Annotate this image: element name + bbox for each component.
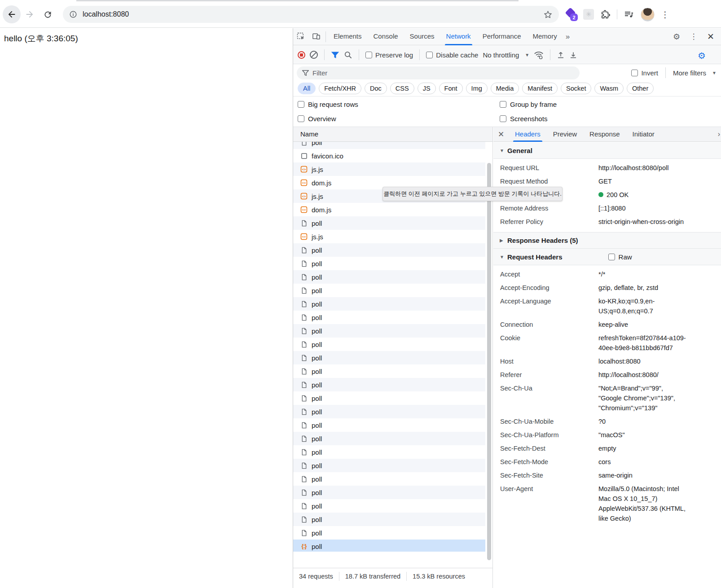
request-row-selected[interactable]: {:}poll [293, 540, 485, 552]
extension-icon-purple[interactable]: 2 [565, 9, 577, 20]
throttling-dropdown[interactable]: No throttling ▼ [483, 51, 529, 59]
filter-input[interactable]: Filter [297, 66, 580, 79]
forward-button[interactable] [21, 5, 39, 23]
request-row[interactable]: poll [293, 364, 485, 378]
devtools-tab-performance[interactable]: Performance [477, 28, 527, 45]
url-bar[interactable]: localhost:8080 [63, 6, 559, 23]
request-row[interactable]: poll [293, 311, 485, 324]
chip-all[interactable]: All [298, 83, 316, 94]
detail-tab-preview[interactable]: Preview [547, 127, 583, 142]
close-detail-icon[interactable]: ✕ [493, 130, 509, 139]
search-icon[interactable] [344, 51, 352, 59]
chip-media[interactable]: Media [491, 83, 519, 94]
raw-checkbox[interactable] [608, 254, 615, 260]
general-section-header[interactable]: ▼ General [493, 142, 721, 159]
chip-img[interactable]: Img [466, 83, 488, 94]
devtools-tab-network[interactable]: Network [440, 28, 477, 45]
request-row[interactable]: poll [293, 445, 485, 459]
request-row[interactable]: poll [293, 216, 485, 230]
detail-more-tabs-chevron[interactable]: › [718, 130, 721, 138]
detail-tab-headers[interactable]: Headers [509, 127, 547, 142]
url-text[interactable]: localhost:8080 [83, 10, 543, 18]
clear-network-log-icon[interactable] [310, 51, 318, 59]
request-row[interactable]: poll [293, 142, 485, 149]
request-row[interactable]: poll [293, 270, 485, 284]
chip-wasm[interactable]: Wasm [594, 83, 624, 94]
detail-tab-initiator[interactable]: Initiator [626, 127, 661, 142]
devtools-tab-sources[interactable]: Sources [404, 28, 440, 45]
chip-socket[interactable]: Socket [561, 83, 591, 94]
browser-menu-icon[interactable]: ⋮ [661, 10, 669, 19]
request-row[interactable]: poll [293, 257, 485, 270]
extensions-puzzle-icon[interactable] [600, 9, 611, 20]
detail-tab-response[interactable]: Response [583, 127, 626, 142]
request-row[interactable]: poll [293, 472, 485, 486]
request-row[interactable]: poll [293, 526, 485, 540]
request-headers-section-header[interactable]: ▼ Request Headers Raw [493, 249, 721, 265]
preserve-log-checkbox[interactable] [365, 52, 372, 58]
raw-headers-option[interactable]: Raw [608, 253, 632, 261]
request-row[interactable]: poll [293, 297, 485, 311]
devtools-settings-icon[interactable]: ⚙ [669, 29, 684, 44]
response-headers-section-header[interactable]: ▶ Response Headers (5) [493, 232, 721, 249]
option-checkbox[interactable] [500, 115, 506, 122]
media-controls-icon[interactable] [624, 9, 634, 20]
name-column-header[interactable]: Name [293, 127, 492, 142]
network-settings-gear-icon[interactable]: ⚙ [698, 50, 706, 61]
request-row[interactable]: <>dom.js [293, 203, 485, 216]
devtools-close-icon[interactable]: ✕ [703, 29, 718, 44]
request-row[interactable]: poll [293, 243, 485, 257]
filter-funnel-icon[interactable] [331, 51, 339, 59]
network-conditions-icon[interactable] [534, 51, 544, 59]
device-toolbar-icon[interactable] [308, 29, 324, 44]
extension-icon-disabled[interactable]: ✳ [583, 9, 594, 20]
request-row[interactable]: poll [293, 499, 485, 513]
preserve-log-option[interactable]: Preserve log [365, 51, 413, 59]
chip-css[interactable]: CSS [390, 83, 414, 94]
option-checkbox[interactable] [298, 115, 304, 122]
option-overview[interactable]: Overview [298, 115, 500, 123]
inspect-element-icon[interactable] [293, 29, 308, 44]
request-list-scrollbar[interactable] [487, 163, 491, 560]
record-network-log-icon[interactable] [298, 51, 305, 59]
option-big-request-rows[interactable]: Big request rows [298, 101, 500, 108]
request-row[interactable]: favicon.ico [293, 149, 485, 162]
option-group-by-frame[interactable]: Group by frame [500, 101, 717, 108]
request-row[interactable]: poll [293, 351, 485, 364]
request-row[interactable]: poll [293, 432, 485, 445]
request-row[interactable]: poll [293, 284, 485, 297]
invert-option[interactable]: Invert [631, 69, 658, 77]
import-har-icon[interactable] [557, 51, 565, 59]
option-screenshots[interactable]: Screenshots [500, 115, 717, 123]
request-row[interactable]: poll [293, 513, 485, 526]
request-row[interactable]: <>js.js [293, 162, 485, 176]
invert-checkbox[interactable] [631, 70, 638, 76]
devtools-tab-console[interactable]: Console [368, 28, 404, 45]
request-row[interactable]: poll [293, 418, 485, 432]
devtools-menu-icon[interactable]: ⋮ [686, 29, 701, 44]
request-row[interactable]: poll [293, 405, 485, 418]
profile-avatar[interactable] [641, 8, 655, 22]
request-row[interactable]: <>js.js [293, 230, 485, 243]
chip-fetchxhr[interactable]: Fetch/XHR [319, 83, 361, 94]
devtools-tab-memory[interactable]: Memory [527, 28, 563, 45]
request-row[interactable]: poll [293, 378, 485, 391]
request-row[interactable]: poll [293, 324, 485, 338]
option-checkbox[interactable] [500, 101, 506, 108]
chip-font[interactable]: Font [439, 83, 463, 94]
chip-js[interactable]: JS [418, 83, 436, 94]
chip-other[interactable]: Other [627, 83, 654, 94]
request-row[interactable]: poll [293, 459, 485, 472]
disable-cache-option[interactable]: Disable cache [426, 51, 478, 59]
devtools-tab-elements[interactable]: Elements [328, 28, 368, 45]
request-row[interactable]: poll [293, 338, 485, 351]
export-har-icon[interactable] [569, 51, 577, 59]
site-info-icon[interactable] [69, 10, 77, 18]
chip-manifest[interactable]: Manifest [522, 83, 558, 94]
chip-doc[interactable]: Doc [365, 83, 387, 94]
reload-button[interactable] [39, 5, 57, 23]
more-tabs-chevron[interactable]: » [563, 32, 572, 41]
disable-cache-checkbox[interactable] [426, 52, 433, 58]
more-filters-dropdown[interactable]: More filters ▼ [673, 69, 717, 77]
option-checkbox[interactable] [298, 101, 304, 108]
